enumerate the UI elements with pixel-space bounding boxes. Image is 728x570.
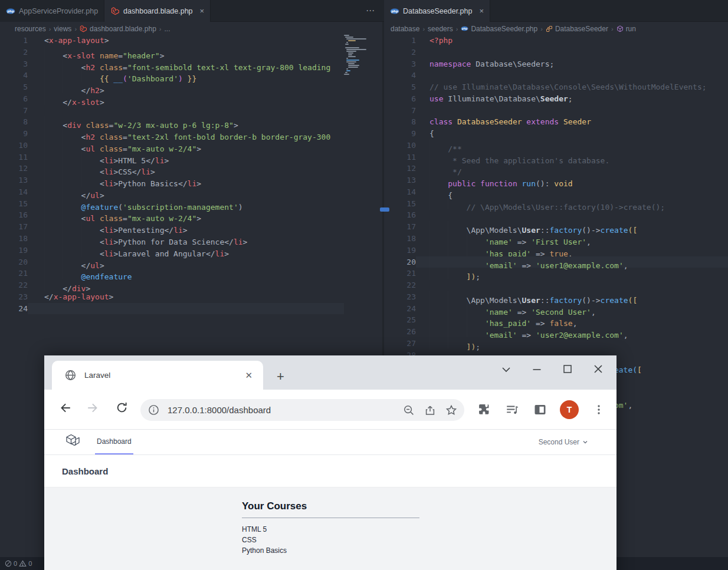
maximize-window-icon[interactable] (562, 359, 573, 379)
extensions-puzzle-icon[interactable] (478, 403, 490, 416)
indent-guide (429, 174, 448, 186)
breadcrumb-item[interactable]: seeders (428, 25, 453, 33)
indent-guide (429, 268, 448, 279)
svg-text:php: php (7, 9, 14, 14)
minimap[interactable] (344, 35, 381, 82)
minimize-window-icon[interactable] (532, 359, 542, 379)
line-number: 18 (384, 233, 416, 245)
line-number: 21 (384, 268, 416, 279)
indent-guide (429, 151, 448, 163)
php-icon: php (390, 6, 399, 16)
breadcrumb-item[interactable]: views (54, 25, 71, 33)
close-window-icon[interactable] (593, 359, 604, 379)
problems-indicator[interactable]: 0 0 (5, 560, 32, 567)
line-number: 11 (384, 151, 416, 163)
code-text: 'has_paid' => true, (416, 245, 728, 256)
courses-title: Your Courses (242, 500, 419, 518)
code-line: 7 (384, 105, 728, 117)
indent-guide (63, 233, 81, 245)
line-number: 4 (384, 70, 416, 81)
bookmark-star-icon[interactable] (445, 404, 457, 416)
address-bar[interactable]: 127.0.0.1:8000/dashboard (140, 399, 464, 421)
indent-guide (429, 256, 448, 268)
chevron-right-icon: › (74, 25, 77, 32)
chevron-right-icon: › (456, 25, 458, 32)
back-button-icon[interactable] (58, 401, 71, 414)
code-text: <?php (416, 35, 728, 47)
browser-window: Laravel ✕ + (44, 355, 616, 570)
code-line: 21@endfeature (0, 268, 382, 279)
indent-guide (467, 245, 485, 256)
browser-menu-dots-icon[interactable] (593, 404, 604, 416)
site-info-icon[interactable] (148, 404, 159, 416)
indent-guide (44, 151, 63, 163)
indent-guide (44, 128, 63, 140)
indent-guide (429, 326, 448, 338)
profile-avatar[interactable]: T (560, 400, 579, 419)
line-number: 7 (384, 105, 416, 117)
code-line: 26'email' => 'user2@example.com', (384, 326, 728, 338)
forward-button-icon[interactable] (87, 401, 100, 414)
code-line: 1<?php (384, 35, 728, 47)
indent-guide (63, 81, 81, 93)
indent-guide (63, 151, 81, 163)
line-number: 1 (384, 35, 416, 47)
user-menu[interactable]: Second User (539, 430, 588, 454)
line-number: 19 (0, 245, 28, 256)
chevron-right-icon: › (159, 25, 162, 32)
tab-databaseseeder[interactable]: php DatabaseSeeder.php × (384, 0, 490, 22)
breadcrumb-item[interactable]: resources (15, 25, 46, 33)
breadcrumb-item[interactable]: run (616, 25, 636, 33)
indent-guide (63, 256, 81, 268)
code-text (416, 209, 728, 221)
tab-dashboard-blade[interactable]: dashboard.blade.php × (104, 0, 211, 22)
media-playlist-icon[interactable] (506, 403, 519, 416)
breadcrumb-item[interactable]: dashboard.blade.php (80, 25, 156, 33)
line-number: 5 (0, 81, 28, 93)
code-text (416, 47, 728, 58)
reload-button-icon[interactable] (116, 401, 128, 414)
scroll-indicator[interactable] (380, 207, 389, 212)
close-tab-icon[interactable]: × (200, 6, 205, 15)
code-line: 20</ul> (0, 256, 382, 268)
nav-link-dashboard[interactable]: Dashboard (95, 430, 133, 454)
zoom-out-icon[interactable] (403, 404, 415, 416)
code-line: 22</div> (0, 279, 382, 291)
close-tab-icon[interactable]: × (479, 6, 484, 15)
code-text: 'name' => 'Second User', (416, 303, 728, 315)
close-browser-tab-icon[interactable]: ✕ (245, 370, 252, 381)
tab-label: DatabaseSeeder.php (403, 7, 472, 15)
tab-search-chevron-icon[interactable] (501, 359, 511, 379)
breadcrumb-item[interactable]: php DatabaseSeeder.php (461, 25, 537, 33)
breadcrumb-item[interactable]: ... (164, 25, 170, 33)
page-title: Dashboard (44, 455, 616, 487)
code-line: 18<li>Python for Data Science</li> (0, 233, 382, 245)
side-panel-icon[interactable] (534, 404, 546, 416)
indent-guide (63, 163, 81, 174)
code-text: /** (416, 140, 728, 151)
new-tab-button[interactable]: + (277, 370, 284, 383)
chevron-right-icon: › (611, 25, 614, 32)
code-text: </x-slot> (28, 93, 344, 105)
method-symbol-icon (616, 25, 624, 32)
code-text: <x-app-layout> (28, 35, 344, 47)
code-line: 14{ (384, 186, 728, 198)
indent-guide (429, 221, 448, 233)
code-text: class DatabaseSeeder extends Seeder (416, 116, 728, 128)
line-number: 26 (384, 326, 416, 338)
code-line: 8class DatabaseSeeder extends Seeder (384, 116, 728, 128)
url-text[interactable]: 127.0.0.1:8000/dashboard (168, 405, 403, 415)
line-number: 14 (0, 186, 28, 198)
list-item: Python Basics (242, 545, 419, 556)
indent-guide (81, 245, 100, 256)
breadcrumb-item[interactable]: database (391, 25, 419, 33)
line-number: 10 (384, 140, 416, 151)
share-icon[interactable] (424, 404, 436, 416)
page-nav: Dashboard Second User (44, 430, 616, 455)
browser-tab-title: Laravel (84, 371, 245, 380)
tab-appserviceprovider[interactable]: php AppServiceProvider.php (0, 0, 104, 22)
line-number: 2 (384, 47, 416, 58)
breadcrumb-item[interactable]: DatabaseSeeder (546, 25, 608, 33)
more-actions-icon[interactable]: ⋯ (366, 5, 375, 16)
browser-tab-laravel[interactable]: Laravel ✕ (52, 361, 263, 390)
